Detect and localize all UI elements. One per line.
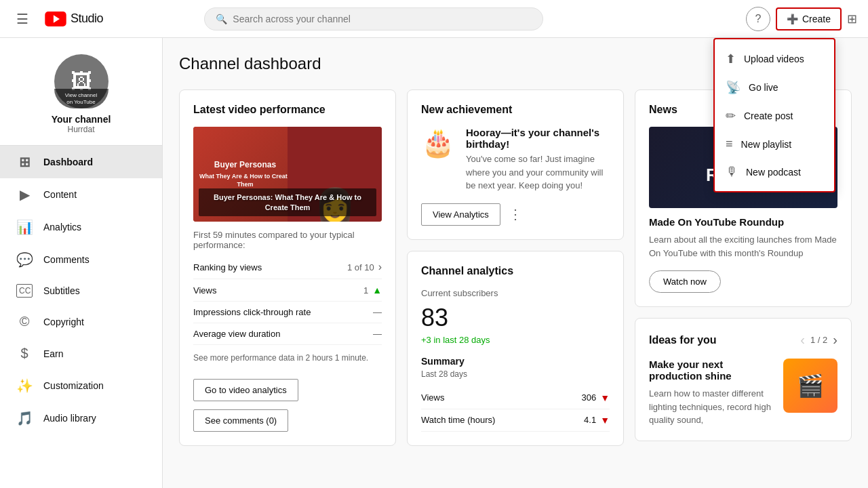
go-live-label: Go live xyxy=(749,82,778,93)
sidebar-item-earn[interactable]: $ Earn xyxy=(0,338,162,369)
cake-icon: 🎂 xyxy=(421,127,455,159)
dashboard-icon: ⊞ xyxy=(16,154,33,170)
sidebar-item-subtitles[interactable]: CC Subtitles xyxy=(0,276,162,306)
upload-icon: ⬆ xyxy=(726,52,736,66)
new-playlist-item[interactable]: ≡ New playlist xyxy=(715,130,834,158)
views-up-icon: ▲ xyxy=(372,285,382,296)
create-post-item[interactable]: ✏ Create post xyxy=(715,102,834,130)
create-plus-icon: ➕ xyxy=(787,14,798,24)
ideas-content: Make your next production shine Learn ho… xyxy=(649,359,837,427)
achievement-text: Hooray—it's your channel's birthday! You… xyxy=(466,127,610,192)
sidebar: 🖼 View channelon YouTube Your channel Hu… xyxy=(0,38,163,488)
summary-period: Last 28 days xyxy=(421,369,610,379)
search-bar[interactable]: 🔍 xyxy=(204,7,543,30)
header: ☰ Studio 🔍 ? ➕ Create ⊞ xyxy=(0,0,868,38)
achievement-actions: View Analytics ⋮ xyxy=(421,203,610,226)
upload-videos-label: Upload videos xyxy=(744,54,804,64)
ranking-arrow-icon: › xyxy=(378,261,382,273)
subscribers-change: +3 in last 28 days xyxy=(421,335,610,345)
header-right: ? ➕ Create ⊞ xyxy=(746,7,857,31)
summary-views-label: Views xyxy=(421,392,444,403)
sidebar-item-analytics[interactable]: 📊 Analytics xyxy=(0,211,162,243)
sidebar-item-customization[interactable]: ✨ Customization xyxy=(0,369,162,402)
see-comments-button[interactable]: See comments (0) xyxy=(193,409,288,432)
summary-views-value: 306 ▼ xyxy=(581,392,610,403)
achievement-heading: Hooray—it's your channel's birthday! xyxy=(466,127,610,150)
channel-analytics-title: Channel analytics xyxy=(421,265,610,277)
new-podcast-item[interactable]: 🎙 New podcast xyxy=(715,158,834,186)
copyright-label: Copyright xyxy=(43,317,84,327)
views-down-icon: ▼ xyxy=(600,392,610,403)
duration-label: Average view duration xyxy=(193,329,280,339)
channel-name: Your channel xyxy=(52,114,111,125)
ideas-card: Ideas for you ‹ 1 / 2 › xyxy=(635,318,852,441)
create-label: Create xyxy=(802,14,831,24)
create-post-label: Create post xyxy=(744,110,793,121)
dashboard-label: Dashboard xyxy=(43,157,93,167)
middle-column: New achievement 🎂 Hooray—it's your chann… xyxy=(407,89,624,446)
view-channel-label: View channelon YouTube xyxy=(65,92,97,106)
ideas-next-button[interactable]: › xyxy=(833,332,837,348)
new-podcast-label: New podcast xyxy=(746,167,801,178)
channel-handle: Hurrdat xyxy=(67,125,94,134)
earn-icon: $ xyxy=(16,346,33,361)
go-to-analytics-button[interactable]: Go to video analytics xyxy=(193,379,298,401)
help-button[interactable]: ? xyxy=(746,7,770,31)
achievement-description: You've come so far! Just imagine where y… xyxy=(466,152,610,192)
customization-icon: ✨ xyxy=(16,378,33,394)
achievement-card: New achievement 🎂 Hooray—it's your chann… xyxy=(407,89,624,240)
views-label: Views xyxy=(193,285,216,296)
thumbnail-title: Buyer Personas: What They Are & How to C… xyxy=(214,193,361,211)
summary-views-row: Views 306 ▼ xyxy=(421,387,610,409)
content-label: Content xyxy=(43,189,77,200)
ideas-prev-button[interactable]: ‹ xyxy=(800,332,805,348)
ideas-header: Ideas for you ‹ 1 / 2 › xyxy=(649,332,837,348)
video-thumbnail[interactable]: Buyer Personas What They Are & How to Cr… xyxy=(193,127,382,222)
content-icon: ▶ xyxy=(16,186,33,203)
subtitles-label: Subtitles xyxy=(43,285,80,296)
new-playlist-icon: ≡ xyxy=(726,137,733,151)
summary-watch-time-label: Watch time (hours) xyxy=(421,415,495,425)
avatar-container[interactable]: 🖼 View channelon YouTube xyxy=(54,54,108,108)
sidebar-item-dashboard[interactable]: ⊞ Dashboard xyxy=(0,146,162,178)
analytics-label: Analytics xyxy=(43,222,81,232)
see-more-text: See more performance data in 2 hours 1 m… xyxy=(193,353,382,363)
logo[interactable]: Studio xyxy=(45,12,103,26)
performance-label: First 59 minutes compared to your typica… xyxy=(193,230,382,250)
sidebar-item-copyright[interactable]: © Copyright xyxy=(0,306,162,338)
search-input[interactable] xyxy=(233,14,532,24)
ideas-card-title: Ideas for you xyxy=(649,334,717,346)
ranking-value: 1 of 10 › xyxy=(347,261,382,273)
search-icon: 🔍 xyxy=(216,14,227,24)
duration-value: — xyxy=(373,329,382,339)
create-post-icon: ✏ xyxy=(726,108,736,123)
grid-icon[interactable]: ⊞ xyxy=(847,12,857,26)
youtube-logo-icon xyxy=(45,12,66,26)
upload-videos-item[interactable]: ⬆ Upload videos xyxy=(715,45,834,73)
studio-logo-text: Studio xyxy=(71,12,103,26)
new-playlist-label: New playlist xyxy=(741,139,792,150)
create-button[interactable]: ➕ Create xyxy=(776,7,842,30)
sidebar-item-comments[interactable]: 💬 Comments xyxy=(0,243,162,276)
more-options-icon[interactable]: ⋮ xyxy=(509,206,522,222)
view-analytics-button[interactable]: View Analytics xyxy=(421,203,500,226)
view-channel-overlay: View channelon YouTube xyxy=(54,89,108,108)
metric-ranking: Ranking by views 1 of 10 › xyxy=(193,256,382,279)
audio-library-icon: 🎵 xyxy=(16,410,33,426)
news-title: Made On YouTube Roundup xyxy=(649,216,837,228)
sidebar-item-audio-library[interactable]: 🎵 Audio library xyxy=(0,402,162,434)
hamburger-menu[interactable]: ☰ xyxy=(11,5,34,33)
go-live-icon: 📡 xyxy=(726,80,741,95)
audio-library-label: Audio library xyxy=(43,413,96,424)
channel-analytics-card: Channel analytics Current subscribers 83… xyxy=(407,251,624,446)
earn-label: Earn xyxy=(43,348,64,359)
ideas-title: Make your next production shine xyxy=(649,359,775,382)
analytics-icon: 📊 xyxy=(16,219,33,235)
watch-now-button[interactable]: Watch now xyxy=(649,270,721,293)
impressions-label: Impressions click-through rate xyxy=(193,307,311,317)
go-live-item[interactable]: 📡 Go live xyxy=(715,73,834,102)
summary-watch-time-value: 4.1 ▼ xyxy=(584,415,610,426)
metric-impressions: Impressions click-through rate — xyxy=(193,302,382,323)
sidebar-item-content[interactable]: ▶ Content xyxy=(0,178,162,211)
ideas-pagination: ‹ 1 / 2 › xyxy=(800,332,837,348)
